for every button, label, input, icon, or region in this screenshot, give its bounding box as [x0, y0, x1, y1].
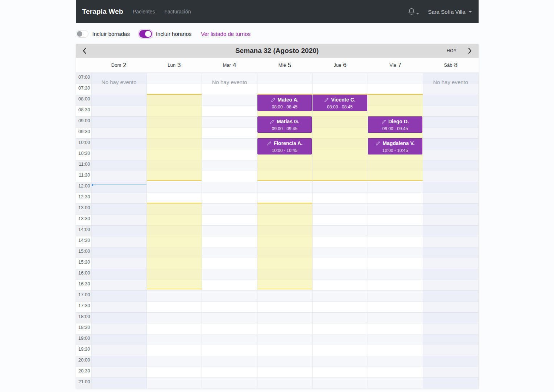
time-label: 08:00: [76, 95, 91, 106]
day-header: Dom 2: [91, 58, 147, 73]
day-header-gutter: [76, 58, 91, 73]
time-label: 16:30: [76, 280, 91, 290]
appointment-event[interactable]: Magdalena V. 10:00 - 10:45: [368, 138, 422, 154]
app-brand[interactable]: Terapia Web: [82, 8, 123, 16]
day-number: 3: [177, 62, 181, 69]
day-header: Jue 6: [313, 58, 368, 73]
chevron-left-icon: [82, 47, 87, 54]
time-label: 07:00: [76, 73, 91, 84]
day-header: Mié 5: [257, 58, 313, 73]
day-name: Lun: [168, 62, 175, 68]
nav-link-pacientes[interactable]: Pacientes: [133, 9, 155, 15]
availability-block: [368, 94, 423, 181]
week-title: Semana 32 (Agosto 2020): [76, 47, 479, 55]
no-event-label: No hay evento: [202, 79, 257, 85]
day-header: Lun 3: [146, 58, 202, 73]
calendar-grid: 07:0007:3008:0008:3009:0009:3010:0010:30…: [76, 73, 479, 388]
day-header-row: Dom 2 Lun 3 Mar 4 Mié 5 Jue 6 Vie 7 Sáb …: [76, 58, 479, 73]
prev-week-button[interactable]: [81, 46, 88, 55]
day-header: Mar 4: [202, 58, 257, 73]
toggle-incluir-borradas[interactable]: [76, 30, 88, 38]
day-column-mié[interactable]: Mateo A. 08:00 - 08:45 Matías G. 09:00 -…: [257, 73, 312, 388]
event-title-row: Magdalena V.: [368, 140, 422, 146]
time-label: 07:30: [76, 84, 91, 95]
pencil-icon: [324, 98, 329, 102]
day-number: 5: [288, 62, 291, 69]
day-column-sáb[interactable]: No hay evento: [423, 73, 478, 388]
day-header: Vie 7: [368, 58, 423, 73]
toggle-knob: [145, 31, 151, 37]
time-gutter: 07:0007:3008:0008:3009:0009:3010:0010:30…: [76, 73, 91, 388]
appointment-event[interactable]: Matías G. 09:00 - 09:45: [257, 116, 312, 133]
time-label: 11:00: [76, 160, 91, 171]
day-name: Vie: [389, 62, 396, 68]
user-menu[interactable]: Sara Sofía Villa: [428, 9, 472, 15]
filters-row: Incluir borradas Incluir horarios Ver li…: [76, 29, 479, 39]
time-label: 12:30: [76, 193, 91, 203]
pencil-icon: [271, 98, 276, 102]
event-time: 10:00 - 10:45: [258, 148, 311, 153]
event-time: 09:00 - 09:45: [368, 126, 422, 131]
time-label: 12:00: [76, 182, 91, 193]
toggle-incluir-borradas-label: Incluir borradas: [92, 31, 130, 37]
ver-listado-turnos-link[interactable]: Ver listado de turnos: [201, 31, 251, 37]
day-column-vie[interactable]: Diego D. 09:00 - 09:45 Magdalena V. 10:0…: [368, 73, 423, 388]
toggle-incluir-horarios-label: Incluir horarios: [156, 31, 191, 37]
calendar-card: Semana 32 (Agosto 2020) HOY Dom 2 Lun 3 …: [76, 44, 479, 388]
notifications-button[interactable]: [408, 8, 419, 16]
event-patient-name: Florencia A.: [274, 140, 303, 146]
bell-icon: [408, 8, 415, 16]
time-label: 14:30: [76, 236, 91, 247]
day-column-mar[interactable]: No hay evento: [202, 73, 257, 388]
event-patient-name: Matías G.: [277, 119, 299, 124]
availability-block: [147, 203, 202, 289]
day-number: 6: [343, 62, 346, 69]
time-label: 16:00: [76, 269, 91, 280]
event-patient-name: Vicente C.: [331, 97, 355, 103]
calendar-titlebar: Semana 32 (Agosto 2020) HOY: [76, 44, 479, 58]
no-event-label: No hay evento: [423, 79, 478, 85]
appointment-event[interactable]: Diego D. 09:00 - 09:45: [368, 116, 422, 133]
today-button[interactable]: HOY: [447, 48, 457, 53]
day-name: Mié: [278, 62, 286, 68]
time-label: 09:30: [76, 127, 91, 138]
pencil-icon: [270, 119, 274, 124]
pencil-icon: [376, 141, 380, 146]
appointment-event[interactable]: Vicente C. 08:00 - 08:45: [313, 95, 367, 111]
event-title-row: Matías G.: [258, 119, 311, 124]
time-label: 14:00: [76, 225, 91, 236]
current-time-indicator: [92, 185, 146, 185]
appointment-event[interactable]: Mateo A. 08:00 - 08:45: [257, 95, 312, 111]
pencil-icon: [381, 119, 386, 124]
time-label: 18:00: [76, 312, 91, 323]
day-column-dom[interactable]: No hay evento: [91, 73, 146, 388]
day-header: Sáb 8: [423, 58, 479, 73]
availability-block: [257, 203, 312, 289]
toggle-incluir-horarios[interactable]: [139, 30, 152, 38]
day-column-lun[interactable]: [146, 73, 202, 388]
time-label: 19:00: [76, 334, 91, 345]
time-label: 11:30: [76, 171, 91, 182]
event-patient-name: Diego D.: [388, 119, 409, 124]
appointment-event[interactable]: Florencia A. 10:00 - 10:45: [257, 138, 312, 154]
event-title-row: Florencia A.: [258, 140, 311, 146]
day-name: Jue: [334, 62, 341, 68]
time-label: 13:00: [76, 203, 91, 214]
day-name: Sáb: [444, 62, 452, 68]
time-label: 09:00: [76, 116, 91, 127]
time-label: 15:30: [76, 258, 91, 269]
event-title-row: Vicente C.: [313, 97, 367, 103]
event-time: 08:00 - 08:45: [258, 104, 311, 110]
next-week-button[interactable]: [466, 46, 474, 55]
time-label: 10:30: [76, 149, 91, 160]
event-time: 08:00 - 08:45: [313, 104, 367, 110]
chevron-down-icon: [416, 13, 419, 15]
time-label: 08:30: [76, 106, 91, 116]
toggle-knob: [77, 31, 82, 37]
time-label: 15:00: [76, 247, 91, 258]
day-column-jue[interactable]: Vicente C. 08:00 - 08:45: [312, 73, 367, 388]
day-number: 7: [398, 62, 401, 69]
pencil-icon: [267, 141, 272, 146]
nav-link-facturacion[interactable]: Facturación: [164, 9, 191, 15]
day-number: 8: [454, 62, 458, 69]
